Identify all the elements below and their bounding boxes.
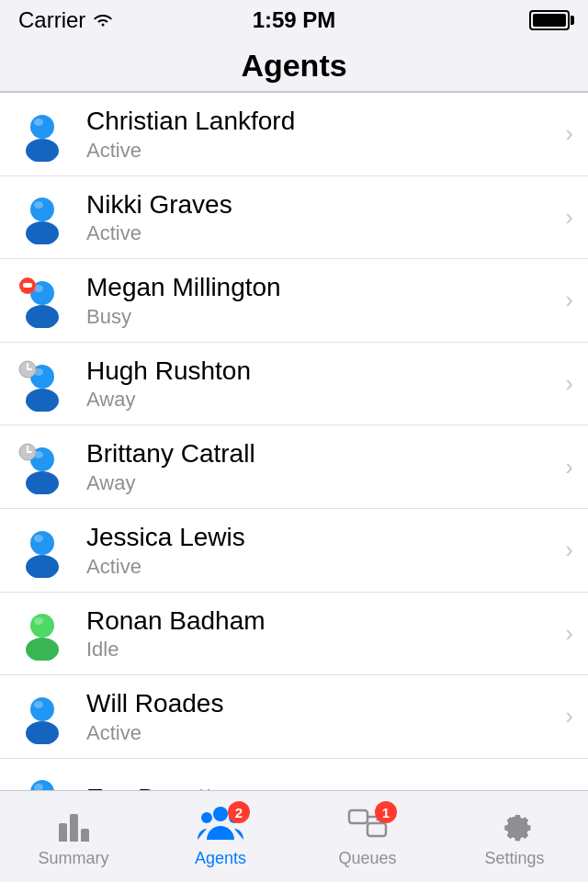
agent-avatar <box>15 107 70 162</box>
svg-point-34 <box>213 807 228 821</box>
svg-point-6 <box>26 305 59 328</box>
svg-point-1 <box>30 115 54 139</box>
chevron-right-icon: › <box>565 453 573 481</box>
agent-row[interactable]: Nikki GravesActive› <box>0 176 588 260</box>
carrier-text: Carrier <box>18 7 85 33</box>
agent-name: Megan Millington <box>86 272 558 303</box>
chevron-right-icon: › <box>565 119 573 148</box>
agent-row[interactable]: Brittany CatrallAway› <box>0 425 588 509</box>
chevron-right-icon: › <box>565 702 573 730</box>
agent-row[interactable]: Eva Benett› <box>0 759 588 790</box>
status-time: 1:59 PM <box>253 7 336 33</box>
tab-summary-label: Summary <box>38 849 108 868</box>
svg-point-23 <box>30 531 54 555</box>
chevron-right-icon: › <box>565 536 573 564</box>
svg-point-28 <box>26 721 59 744</box>
carrier-label: Carrier <box>18 7 113 33</box>
queues-badge: 1 <box>375 801 397 823</box>
agent-name: Jessica Lewis <box>86 522 558 553</box>
agent-row[interactable]: Jessica LewisActive› <box>0 509 588 593</box>
chevron-right-icon: › <box>565 203 573 232</box>
nav-header: Agents <box>0 40 588 92</box>
svg-point-35 <box>201 812 212 823</box>
agent-status: Active <box>86 221 558 245</box>
agent-avatar <box>15 439 70 494</box>
agent-name: Hugh Rushton <box>86 356 558 387</box>
wifi-icon <box>93 10 113 31</box>
agent-row[interactable]: Hugh RushtonAway› <box>0 343 588 426</box>
svg-rect-38 <box>368 823 386 836</box>
tab-summary[interactable]: Summary <box>0 805 147 868</box>
gear-icon <box>496 805 533 845</box>
agent-list: Christian LankfordActive› Nikki GravesAc… <box>0 92 588 790</box>
agents-icon-wrap: 2 <box>195 805 246 845</box>
svg-rect-37 <box>349 810 368 823</box>
bar1 <box>59 823 67 842</box>
agent-info: Nikki GravesActive <box>86 189 558 246</box>
agent-row[interactable]: Christian LankfordActive› <box>0 93 588 176</box>
svg-point-22 <box>26 555 59 578</box>
bar-chart-icon <box>59 808 89 842</box>
svg-point-4 <box>30 198 54 221</box>
svg-point-12 <box>26 389 59 412</box>
agent-row[interactable]: Megan MillingtonBusy› <box>0 259 588 343</box>
agent-info: Will RoadesActive <box>86 688 558 745</box>
settings-icon-wrap <box>489 805 540 845</box>
chevron-right-icon: › <box>565 369 573 398</box>
queues-icon-wrap: 1 <box>342 805 393 845</box>
agent-avatar <box>15 772 70 790</box>
agent-status: Away <box>86 388 558 412</box>
agent-info: Jessica LewisActive <box>86 522 558 579</box>
tab-queues[interactable]: 1 Queues <box>294 805 441 868</box>
agents-badge: 2 <box>228 801 250 823</box>
battery-fill <box>533 14 566 27</box>
agent-avatar <box>15 356 70 412</box>
agent-name: Eva Benett <box>86 783 558 790</box>
agent-avatar <box>15 689 70 744</box>
svg-point-0 <box>26 139 59 162</box>
bar2 <box>70 814 78 842</box>
agent-name: Will Roades <box>86 688 558 719</box>
status-bar: Carrier 1:59 PM <box>0 0 588 40</box>
svg-point-17 <box>26 471 59 494</box>
summary-icon-wrap <box>48 805 99 845</box>
chevron-right-icon: › <box>565 286 573 314</box>
agent-status: Active <box>86 721 558 745</box>
svg-rect-11 <box>23 283 32 288</box>
agent-name: Christian Lankford <box>86 106 558 137</box>
agent-avatar <box>15 273 70 328</box>
agent-status: Active <box>86 139 558 163</box>
agent-avatar <box>15 189 70 244</box>
agent-status: Idle <box>86 638 558 662</box>
agent-name: Nikki Graves <box>86 189 558 220</box>
agent-info: Megan MillingtonBusy <box>86 272 558 329</box>
svg-point-29 <box>30 697 54 721</box>
chevron-right-icon: › <box>565 619 573 648</box>
tab-agents[interactable]: 2 Agents <box>147 805 294 868</box>
svg-point-30 <box>34 701 43 708</box>
agent-status: Away <box>86 471 558 495</box>
svg-point-24 <box>34 535 43 542</box>
agent-name: Ronan Badham <box>86 605 558 637</box>
tab-bar: Summary 2 Agents <box>0 790 588 882</box>
agent-info: Hugh RushtonAway <box>86 356 558 413</box>
agent-avatar <box>15 605 70 661</box>
svg-point-5 <box>34 201 43 209</box>
agent-info: Eva Benett <box>86 783 558 790</box>
battery-icon <box>529 10 570 30</box>
agent-info: Christian LankfordActive <box>86 106 558 163</box>
agent-avatar <box>15 523 70 578</box>
svg-point-27 <box>34 617 43 625</box>
tab-settings[interactable]: Settings <box>441 805 588 868</box>
agent-row[interactable]: Will RoadesActive› <box>0 675 588 759</box>
agent-row[interactable]: Ronan BadhamIdle› <box>0 593 588 676</box>
tab-agents-label: Agents <box>195 849 246 868</box>
agent-info: Brittany CatrallAway <box>86 438 558 495</box>
tab-settings-label: Settings <box>484 849 544 868</box>
page-title: Agents <box>241 48 346 84</box>
tab-queues-label: Queues <box>338 849 396 868</box>
agent-status: Busy <box>86 305 558 329</box>
agent-status: Active <box>86 555 558 579</box>
agent-info: Ronan BadhamIdle <box>86 605 558 662</box>
agent-name: Brittany Catrall <box>86 438 558 469</box>
